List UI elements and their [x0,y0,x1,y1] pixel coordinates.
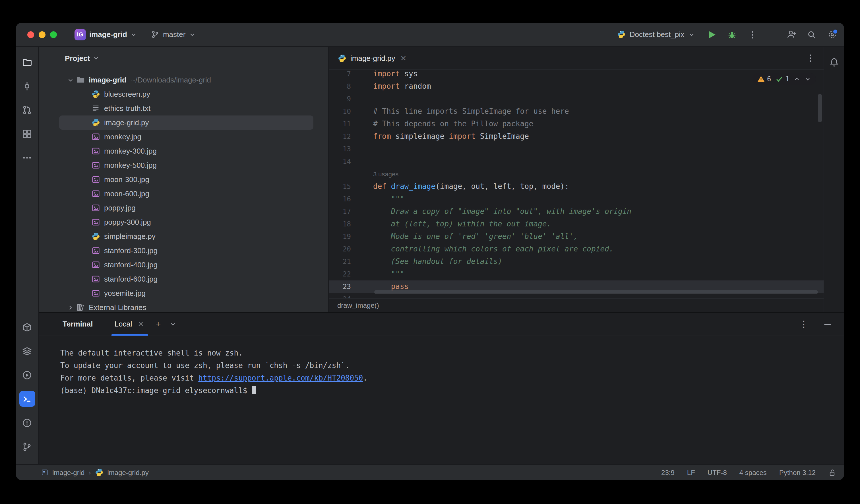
tree-item-external-libraries[interactable]: External Libraries [39,300,328,312]
vertical-scrollbar[interactable] [818,94,822,122]
breadcrumb-function[interactable]: draw_image() [337,302,379,309]
tree-item-label: image-grid.py [104,118,149,127]
run-config-selector[interactable]: Doctest best_pix [617,30,695,39]
status-utf-8[interactable]: UTF-8 [707,469,727,476]
code-text: from simpleimage import SimpleImage [351,130,529,143]
tool-button-project-folder[interactable] [19,54,35,70]
code-with-me-button[interactable] [784,27,799,42]
code-editor[interactable]: 7import sys8import random910# This line … [329,70,823,298]
tree-item-yosemite.jpg[interactable]: yosemite.jpg [39,286,328,300]
code-line-15: 15def draw_image(image, out, left, top, … [329,180,823,193]
status-bar: image-grid › image-grid.py 23:9LFUTF-84 … [16,464,844,480]
tree-item-moon-300.jpg[interactable]: moon-300.jpg [39,172,328,187]
tree-item-stanford-600.jpg[interactable]: stanford-600.jpg [39,272,328,286]
next-problem-icon[interactable] [804,76,811,83]
close-terminal-tab-icon[interactable]: ✕ [137,320,145,328]
tool-button-run-tool[interactable] [19,367,35,383]
tool-button-commit[interactable] [19,78,35,94]
search-icon [807,30,816,39]
tree-item-ethics-truth.txt[interactable]: ethics-truth.txt [39,101,328,115]
terminal-link[interactable]: https://support.apple.com/kb/HT208050 [198,374,363,382]
branch-widget[interactable]: master [147,28,200,41]
terminal-options-button[interactable]: ⋮ [796,317,811,331]
run-button[interactable] [704,27,719,42]
tool-button-version-control[interactable] [19,438,35,455]
content-column: Project image-grid~/Downloads/image-grid… [39,47,844,464]
inspections-widget[interactable]: 6 1 [752,73,816,85]
status-breadcrumb-file[interactable]: image-grid.py [107,469,148,476]
usages-inlay[interactable]: 3 usages [373,171,399,177]
status-lf[interactable]: LF [687,469,695,476]
bell-icon [829,57,839,67]
tree-item-stanford-400.jpg[interactable]: stanford-400.jpg [39,258,328,272]
python-file-icon [91,232,100,241]
right-tool-strip [823,47,844,312]
line-number: 19 [329,230,351,243]
tree-item-poppy.jpg[interactable]: poppy.jpg [39,201,328,215]
status-python-3-12[interactable]: Python 3.12 [779,469,816,476]
tree-item-bluescreen.py[interactable]: bluescreen.py [39,87,328,101]
branch-name: master [163,30,185,39]
image-file-icon [91,261,100,269]
debug-button[interactable] [725,27,740,42]
terminal-tab-local[interactable]: Local ✕ [109,313,151,335]
code-line-8: 8import random [329,80,823,93]
tool-button-services[interactable] [19,343,35,359]
status-breadcrumb-project[interactable]: image-grid [52,469,85,476]
code-text: # This depends on the Pillow package [351,118,533,130]
line-number: 13 [329,143,351,155]
editor-tab-image-grid[interactable]: image-grid.py ✕ [329,46,413,70]
tool-button-python-packages[interactable] [19,319,35,335]
tree-item-label: monkey.jpg [104,132,141,141]
terminal-icon [22,394,32,404]
close-tab-icon[interactable]: ✕ [399,54,408,62]
terminal-output[interactable]: The default interactive shell is now zsh… [39,336,844,464]
settings-button[interactable] [825,27,840,42]
tool-button-structure[interactable] [19,126,35,142]
line-number [329,168,351,180]
status-widgets: 23:9LFUTF-84 spacesPython 3.12 [661,469,836,476]
minimize-window-button[interactable] [39,31,45,38]
code-text [351,293,373,298]
notifications-button[interactable] [826,54,842,70]
tree-item-stanford-300.jpg[interactable]: stanford-300.jpg [39,243,328,258]
status-4-spaces[interactable]: 4 spaces [740,469,767,476]
close-window-button[interactable] [27,31,34,38]
tab-options-button[interactable]: ⋮ [803,51,818,66]
tree-item-poppy-300.jpg[interactable]: poppy-300.jpg [39,215,328,229]
new-terminal-button[interactable]: + [151,317,166,331]
tree-item-image-grid.py[interactable]: image-grid.py [59,115,313,130]
tree-item-simpleimage.py[interactable]: simpleimage.py [39,229,328,243]
tool-button-more[interactable] [19,149,35,165]
code-line-13: 13 [329,143,823,155]
project-panel-header[interactable]: Project [39,47,328,69]
tool-button-pull-requests[interactable] [19,102,35,118]
code-line-11: 11# This depends on the Pillow package [329,118,823,130]
tree-item-monkey-300.jpg[interactable]: monkey-300.jpg [39,144,328,158]
code-line-9: 9 [329,93,823,105]
status-23-9[interactable]: 23:9 [661,469,675,476]
status-breadcrumb: image-grid › image-grid.py [41,468,149,477]
tree-item-label: simpleimage.py [104,232,156,241]
previous-problem-icon[interactable] [793,76,800,83]
terminal-dropdown-button[interactable] [166,317,180,331]
warning-count: 6 [767,75,771,83]
image-file-icon [91,132,100,141]
tool-button-problems[interactable] [19,415,35,431]
tree-item-monkey-500.jpg[interactable]: monkey-500.jpg [39,158,328,172]
zoom-window-button[interactable] [50,31,57,38]
titlebar-actions: Doctest best_pix ⋮ [617,27,840,42]
horizontal-scrollbar[interactable] [374,290,818,294]
tree-item-monkey.jpg[interactable]: monkey.jpg [39,130,328,144]
project-root-row[interactable]: image-grid~/Downloads/image-grid [39,73,328,87]
project-widget[interactable]: IG image-grid [71,27,141,42]
terminal-title[interactable]: Terminal [62,320,93,328]
tree-item-moon-600.jpg[interactable]: moon-600.jpg [39,187,328,201]
search-everywhere-button[interactable] [804,27,819,42]
hide-terminal-button[interactable] [820,317,835,331]
code-line-7: 7import sys [329,70,823,80]
tool-button-terminal[interactable] [19,391,35,407]
project-tree: image-grid~/Downloads/image-gridbluescre… [39,69,328,312]
warning-icon [757,75,765,83]
more-actions-button[interactable]: ⋮ [745,27,760,42]
